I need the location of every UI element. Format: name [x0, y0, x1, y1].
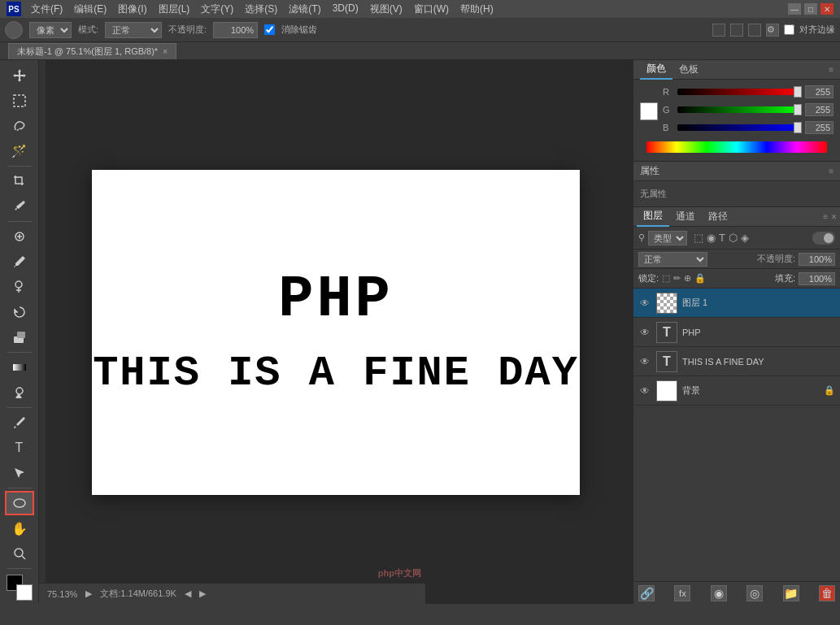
hand-tool[interactable]: ✋	[5, 516, 34, 540]
r-slider[interactable]	[677, 89, 800, 95]
spot-heal-tool[interactable]	[5, 224, 34, 249]
close-button[interactable]: ✕	[820, 3, 833, 15]
b-slider[interactable]	[677, 124, 800, 131]
zoom-tool[interactable]	[5, 541, 34, 566]
color-panel-menu-icon[interactable]: ≡	[829, 65, 833, 74]
layer-item-php[interactable]: 👁 T PHP	[633, 318, 840, 347]
layer-eye-php[interactable]: 👁	[638, 326, 651, 339]
fill-input[interactable]	[799, 272, 835, 285]
clone-stamp-tool[interactable]	[5, 275, 34, 299]
menu-help[interactable]: 帮助(H)	[455, 1, 498, 18]
layer-effects-button[interactable]: fx	[674, 585, 690, 601]
doc-tab-close[interactable]: ×	[163, 47, 168, 56]
layer-blend-mode[interactable]: 正常	[638, 252, 707, 267]
layer-mask-button[interactable]: ◉	[711, 585, 727, 601]
lock-all-icon[interactable]: 🔒	[694, 273, 706, 284]
layer-eye-bg[interactable]: 👁	[638, 384, 651, 397]
align-edges-checkbox[interactable]	[784, 24, 794, 35]
menu-view[interactable]: 视图(V)	[365, 1, 407, 18]
pixel-mode-select[interactable]: 像素	[29, 22, 72, 38]
g-value-input[interactable]	[805, 103, 833, 116]
crop-tool[interactable]	[5, 169, 34, 193]
link-layers-button[interactable]: 🔗	[638, 585, 655, 601]
eraser-tool[interactable]	[5, 325, 34, 349]
g-slider-thumb[interactable]	[794, 104, 802, 115]
menu-type[interactable]: 文字(Y)	[196, 1, 238, 18]
tab-swatches[interactable]: 色板	[672, 60, 705, 80]
marquee-tool[interactable]	[5, 89, 34, 113]
menu-window[interactable]: 窗口(W)	[409, 1, 454, 18]
layer-item-layer1[interactable]: 👁 图层 1	[633, 289, 840, 318]
menu-edit[interactable]: 编辑(E)	[69, 1, 111, 18]
layer-item-finday[interactable]: 👁 T THIS IS A FINE DAY	[633, 347, 840, 376]
layer-type-filter[interactable]: 类型	[648, 231, 687, 245]
lasso-tool[interactable]	[5, 114, 34, 138]
layer-opacity-input[interactable]	[799, 253, 835, 266]
ellipse-tool[interactable]	[5, 491, 34, 515]
layer-filter-icon-pixel[interactable]: ⬚	[694, 232, 703, 244]
text-tool[interactable]: T	[5, 436, 34, 460]
lock-transparent-icon[interactable]: ⬚	[662, 273, 670, 284]
menu-select[interactable]: 选择(S)	[240, 1, 282, 18]
blend-mode-select[interactable]: 正常	[105, 22, 162, 38]
spectrum-bar[interactable]	[646, 141, 827, 153]
document-tab[interactable]: 未标题-1 @ 75.1%(图层 1, RGB/8)* ×	[8, 43, 176, 59]
color-preview-swatch[interactable]	[640, 102, 658, 120]
layers-panel-close-icon[interactable]: ×	[831, 211, 837, 223]
history-brush-tool[interactable]	[5, 300, 34, 324]
background-color[interactable]	[16, 584, 33, 601]
layer-eye-fineday[interactable]: 👁	[638, 355, 651, 368]
eyedropper-tool[interactable]	[5, 194, 34, 219]
navigate-right[interactable]: ▶	[199, 588, 206, 599]
layer-filter-toggle[interactable]	[812, 232, 835, 245]
layer-item-bg[interactable]: 👁 背景 🔒	[633, 376, 840, 406]
r-slider-thumb[interactable]	[794, 86, 802, 98]
dodge-tool[interactable]	[5, 380, 34, 405]
delete-layer-button[interactable]: 🗑	[819, 585, 835, 601]
layer-group-button[interactable]: 📁	[783, 585, 799, 601]
g-slider[interactable]	[677, 106, 800, 113]
tool-icon-2[interactable]	[730, 24, 743, 37]
path-select-tool[interactable]	[5, 461, 34, 485]
b-value-input[interactable]	[805, 121, 833, 134]
tab-layers[interactable]: 图层	[637, 207, 669, 227]
menu-file[interactable]: 文件(F)	[26, 1, 67, 18]
antialias-checkbox[interactable]	[264, 24, 275, 35]
tab-paths[interactable]: 路径	[702, 207, 734, 227]
layer-filter-icon-adjust[interactable]: ◉	[707, 232, 716, 244]
layer-eye-layer1[interactable]: 👁	[638, 297, 651, 310]
tool-icon-1[interactable]	[712, 24, 725, 37]
zoom-icon[interactable]: ▶	[85, 588, 92, 599]
lock-position-icon[interactable]: ⊕	[684, 273, 691, 284]
adjustment-layer-button[interactable]: ◎	[746, 585, 763, 601]
color-picker[interactable]	[5, 575, 34, 601]
navigate-left[interactable]: ◀	[185, 588, 191, 599]
brush-tool[interactable]	[5, 250, 34, 274]
gear-icon[interactable]: ⚙	[766, 24, 779, 37]
layers-bottom-bar: 🔗 fx ◉ ◎ 📁 🗑	[633, 581, 840, 604]
minimize-button[interactable]: —	[788, 3, 801, 15]
layer-filter-icon-smart[interactable]: ◈	[741, 232, 749, 244]
menu-filter[interactable]: 滤镜(T)	[284, 1, 325, 18]
menu-image[interactable]: 图像(I)	[113, 1, 151, 18]
tab-channels[interactable]: 通道	[669, 207, 702, 227]
maximize-button[interactable]: □	[804, 3, 817, 15]
move-tool[interactable]	[5, 63, 34, 88]
menu-layer[interactable]: 图层(L)	[154, 1, 195, 18]
tool-icon-3[interactable]	[748, 24, 761, 37]
tab-color[interactable]: 颜色	[640, 60, 672, 80]
pen-tool[interactable]	[5, 410, 34, 435]
magic-wand-tool[interactable]: 🪄	[5, 139, 34, 163]
layer-filter-icon-shape[interactable]: ⬡	[729, 232, 738, 244]
gradient-tool[interactable]	[5, 355, 34, 380]
document-canvas[interactable]: PHP THIS IS A FINE DAY	[92, 170, 580, 495]
layer-filter-icon-type[interactable]: T	[719, 232, 725, 244]
properties-menu-icon[interactable]: ≡	[829, 167, 833, 176]
menu-3d[interactable]: 3D(D)	[328, 1, 363, 18]
brush-preset-picker[interactable]	[5, 21, 23, 39]
opacity-input[interactable]	[213, 22, 258, 38]
b-slider-thumb[interactable]	[794, 122, 802, 133]
lock-pixels-icon[interactable]: ✏	[673, 273, 681, 284]
layers-panel-menu-icon[interactable]: ≡	[823, 212, 828, 221]
r-value-input[interactable]	[805, 85, 833, 98]
